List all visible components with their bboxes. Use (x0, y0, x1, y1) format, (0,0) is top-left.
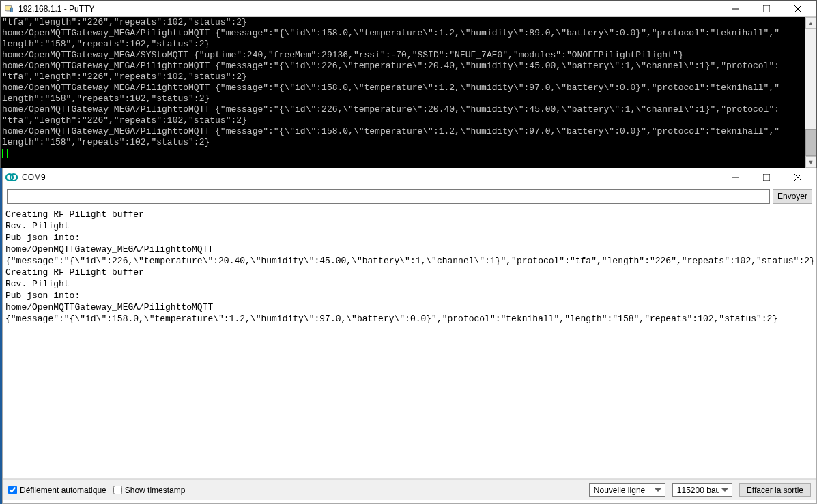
putty-titlebar[interactable]: 192.168.1.1 - PuTTY (1, 1, 816, 17)
arduino-titlebar[interactable]: COM9 (3, 168, 816, 186)
terminal-line: home/OpenMQTTGateway_MEGA/SYStoMQTT {"up… (2, 50, 684, 60)
minimize-button[interactable] (719, 170, 751, 186)
timestamp-checkbox[interactable] (113, 486, 122, 494)
send-button[interactable]: Envoyer (773, 189, 812, 204)
scrollbar-up-arrow[interactable]: ▲ (805, 17, 816, 29)
output-line: Rcv. Pilight (5, 279, 70, 289)
svg-rect-10 (763, 174, 770, 181)
serial-input-row: Envoyer (3, 186, 816, 207)
putty-terminal-content[interactable]: "tfa","length":"226","repeats":102,"stat… (1, 17, 805, 168)
arduino-title: COM9 (22, 173, 719, 182)
serial-output[interactable]: Creating RF PiLight buffer Rcv. Pilight … (3, 207, 816, 479)
terminal-line: length":"158","repeats":102,"status":2} (2, 93, 210, 104)
terminal-line: "tfa","length":"226","repeats":102,"stat… (2, 72, 247, 82)
window-controls (719, 1, 814, 16)
window-controls (719, 170, 814, 186)
scrollbar-thumb[interactable] (805, 129, 816, 156)
line-ending-select[interactable]: Nouvelle ligne (589, 483, 665, 497)
close-button[interactable] (782, 1, 814, 16)
terminal-line: home/OpenMQTTGateway_MEGA/PilighttoMQTT … (2, 104, 779, 115)
scrollbar-down-arrow[interactable]: ▼ (805, 156, 816, 168)
autoscroll-label: Défilement automatique (20, 486, 106, 495)
autoscroll-checkbox-group[interactable]: Défilement automatique (8, 486, 106, 495)
arduino-serial-window: COM9 Envoyer Creating RF PiLight buffer … (2, 168, 817, 504)
svg-rect-2 (11, 8, 13, 12)
putty-icon (3, 3, 14, 14)
svg-rect-1 (7, 10, 10, 12)
terminal-line: home/OpenMQTTGateway_MEGA/PilighttoMQTT … (2, 61, 779, 71)
output-line: Pub json into: (5, 291, 80, 301)
output-line: {"message":"{\"id\":158.0,\"temperature\… (5, 314, 777, 324)
maximize-button[interactable] (751, 170, 782, 186)
output-line: Pub json into: (5, 233, 80, 243)
output-line: Rcv. Pilight (5, 221, 70, 231)
maximize-button[interactable] (751, 1, 782, 16)
terminal-line: home/OpenMQTTGateway_MEGA/PilighttoMQTT … (2, 83, 779, 93)
scrollbar[interactable]: ▲ ▼ (805, 17, 816, 168)
clear-output-button[interactable]: Effacer la sortie (739, 483, 811, 497)
autoscroll-checkbox[interactable] (8, 486, 17, 494)
timestamp-label: Show timestamp (125, 486, 186, 495)
terminal-line: "tfa","length":"226","repeats":102,"stat… (2, 115, 247, 125)
output-line: Creating RF PiLight buffer (5, 209, 144, 220)
putty-title: 192.168.1.1 - PuTTY (18, 4, 719, 14)
terminal-line: home/OpenMQTTGateway_MEGA/PilighttoMQTT … (2, 28, 779, 38)
minimize-button[interactable] (719, 1, 751, 16)
arduino-icon (5, 171, 18, 183)
terminal-line: length":"158","repeats":102,"status":2} (2, 39, 210, 49)
terminal-line: home/OpenMQTTGateway_MEGA/PilighttoMQTT … (2, 126, 779, 136)
serial-footer: Défilement automatique Show timestamp No… (3, 479, 816, 500)
putty-window: 192.168.1.1 - PuTTY "tfa","length":"226"… (0, 0, 817, 168)
output-line: {"message":"{\"id\":226,\"temperature\":… (5, 256, 815, 266)
svg-rect-4 (763, 5, 770, 12)
output-line: Creating RF PiLight buffer (5, 267, 144, 278)
output-line: home/OpenMQTTGateway_MEGA/PilighttoMQTT (5, 244, 213, 254)
terminal-line: length":"158","repeats":102,"status":2} (2, 137, 210, 147)
output-line: home/OpenMQTTGateway_MEGA/PilighttoMQTT (5, 302, 213, 312)
baud-select[interactable]: 115200 baud (672, 483, 732, 497)
close-button[interactable] (782, 170, 814, 186)
timestamp-checkbox-group[interactable]: Show timestamp (113, 486, 186, 495)
terminal-line: "tfa","length":"226","repeats":102,"stat… (2, 17, 247, 27)
serial-input[interactable] (7, 189, 770, 204)
terminal-cursor (2, 149, 8, 158)
